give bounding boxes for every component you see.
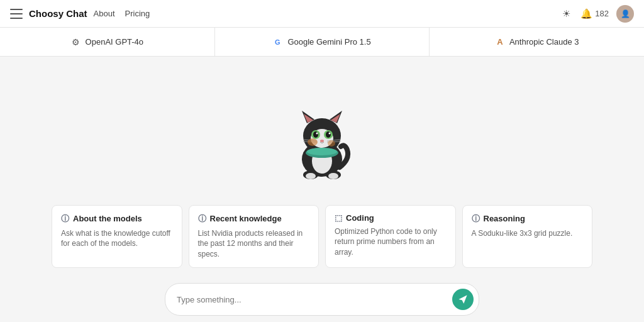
coding-desc: Optimized Python code to only return pri… (335, 226, 447, 258)
models-desc: Ask what is the knowledge cutoff for eac… (61, 228, 173, 250)
openai-label: OpenAI GPT-4o (86, 37, 144, 47)
nav-links: About Pricing (94, 9, 150, 18)
svg-point-28 (328, 173, 338, 179)
knowledge-title: Recent knowledge (210, 214, 282, 223)
navbar: Choosy Chat About Pricing ☀ 🔔 182 👤 (0, 0, 644, 28)
google-icon: G (273, 37, 283, 47)
bottom-bar (0, 278, 644, 322)
svg-point-15 (329, 132, 331, 134)
svg-point-13 (326, 131, 331, 138)
navbar-right: ☀ 🔔 182 👤 (559, 5, 634, 23)
send-icon (458, 294, 468, 304)
notification-icon: 🔔 (580, 8, 592, 19)
knowledge-desc: List Nvidia products released in the pas… (198, 228, 310, 260)
suggestion-card-knowledge[interactable]: ⓘ Recent knowledge List Nvidia products … (189, 205, 319, 268)
avatar[interactable]: 👤 (616, 5, 634, 23)
reasoning-icon: ⓘ (472, 213, 480, 225)
cat-mascot (284, 93, 360, 169)
notification-count: 182 (595, 9, 609, 18)
knowledge-icon: ⓘ (198, 213, 206, 225)
card-title-knowledge: ⓘ Recent knowledge (198, 213, 310, 225)
svg-point-12 (313, 131, 318, 138)
model-openai[interactable]: OpenAI GPT-4o (0, 28, 215, 56)
cat-area (0, 57, 644, 205)
notification-badge[interactable]: 🔔 182 (580, 8, 609, 19)
suggestion-card-models[interactable]: ⓘ About the models Ask what is the knowl… (52, 205, 182, 268)
navbar-left: Choosy Chat About Pricing (10, 8, 552, 19)
input-container (165, 283, 479, 316)
send-button[interactable] (452, 289, 474, 310)
svg-point-21 (308, 138, 318, 146)
sidebar-toggle-button[interactable] (10, 9, 23, 19)
model-anthropic[interactable]: Anthropic Claude 3 (430, 28, 644, 56)
google-label: Google Gemini Pro 1.5 (287, 37, 370, 47)
svg-point-27 (306, 173, 316, 179)
card-title-models: ⓘ About the models (61, 213, 173, 225)
suggestion-card-coding[interactable]: ⬚ Coding Optimized Python code to only r… (325, 205, 456, 268)
reasoning-desc: A Soduku-like 3x3 grid puzzle. (472, 228, 584, 239)
svg-text:G: G (275, 38, 280, 46)
svg-point-16 (320, 140, 324, 142)
suggestion-card-reasoning[interactable]: ⓘ Reasoning A Soduku-like 3x3 grid puzzl… (462, 205, 593, 268)
theme-toggle-icon[interactable]: ☀ (559, 7, 573, 21)
coding-title: Coding (346, 213, 374, 223)
models-icon: ⓘ (61, 213, 69, 225)
main-content: ⓘ About the models Ask what is the knowl… (0, 57, 644, 278)
models-title: About the models (73, 214, 142, 223)
svg-point-14 (316, 132, 318, 134)
model-google[interactable]: G Google Gemini Pro 1.5 (215, 28, 430, 56)
coding-icon: ⬚ (335, 213, 342, 223)
reasoning-title: Reasoning (484, 214, 525, 223)
card-title-coding: ⬚ Coding (335, 213, 447, 223)
chat-input[interactable] (177, 295, 447, 304)
anthropic-label: Anthropic Claude 3 (509, 37, 579, 47)
openai-icon (71, 37, 81, 47)
suggestion-row: ⓘ About the models Ask what is the knowl… (39, 205, 605, 278)
card-title-reasoning: ⓘ Reasoning (472, 213, 584, 225)
about-link[interactable]: About (94, 9, 115, 18)
pricing-link[interactable]: Pricing (125, 9, 150, 18)
model-bar: OpenAI GPT-4o G Google Gemini Pro 1.5 An… (0, 28, 644, 57)
brand-logo: Choosy Chat (29, 8, 87, 19)
anthropic-icon (495, 37, 505, 47)
svg-point-22 (328, 140, 335, 147)
svg-point-24 (307, 148, 337, 155)
